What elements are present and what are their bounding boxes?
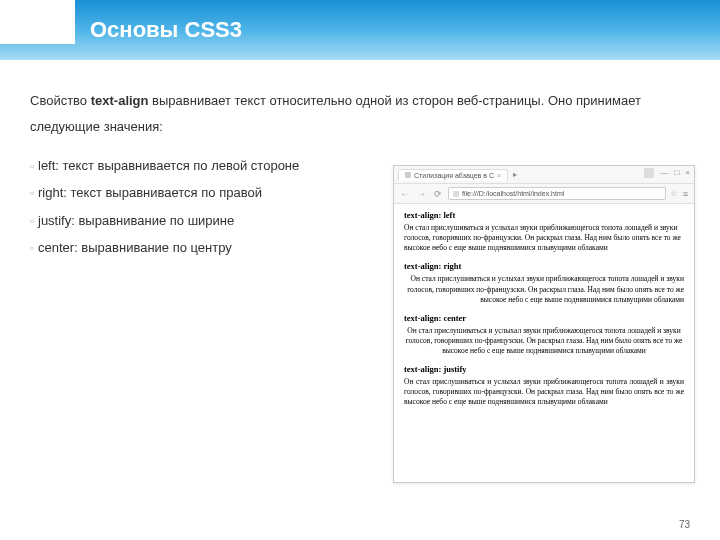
browser-mock: Стилизация абзацев в C × ▸ — □ × ← → ⟳ f… (393, 165, 695, 483)
sample-heading: text-align: left (404, 210, 684, 220)
sample-section: text-align: right Он стал прислушиваться… (404, 261, 684, 304)
file-icon (453, 191, 459, 197)
page-icon (405, 172, 411, 178)
close-tab-icon[interactable]: × (497, 172, 501, 179)
maximize-button[interactable]: □ (674, 168, 679, 178)
sample-heading: text-align: center (404, 313, 684, 323)
new-tab-button[interactable]: ▸ (511, 171, 519, 179)
window-controls: — □ × (644, 168, 690, 178)
browser-toolbar: ← → ⟳ file:///D:/localhost/html/index.ht… (394, 184, 694, 204)
sample-section: text-align: center Он стал прислушиватьс… (404, 313, 684, 356)
bookmark-icon[interactable]: ☆ (670, 189, 677, 198)
bullet-icon: ▫ (30, 210, 38, 233)
sample-section: text-align: justify Он стал прислушивать… (404, 364, 684, 407)
person-icon[interactable] (644, 168, 654, 178)
sample-heading: text-align: justify (404, 364, 684, 374)
minimize-button[interactable]: — (660, 168, 668, 178)
browser-titlebar: Стилизация абзацев в C × ▸ — □ × (394, 166, 694, 184)
bullet-icon: ▫ (30, 237, 38, 260)
list-item-label: right: текст выравнивается по правой (38, 185, 262, 200)
intro-paragraph: Свойство text-align выравнивает текст от… (30, 88, 690, 140)
back-button[interactable]: ← (398, 189, 411, 199)
slide-header: Основы CSS3 (0, 0, 720, 60)
intro-prefix: Свойство (30, 93, 91, 108)
page-title: Основы CSS3 (90, 17, 242, 43)
url-text: file:///D:/localhost/html/index.html (462, 190, 564, 197)
sample-text: Он стал прислушиваться и услыхал звуки п… (404, 326, 684, 356)
intro-bold: text-align (91, 93, 149, 108)
sample-heading: text-align: right (404, 261, 684, 271)
sample-text: Он стал прислушиваться и услыхал звуки п… (404, 274, 684, 304)
page-number: 73 (679, 519, 690, 530)
bullet-icon: ▫ (30, 182, 38, 205)
menu-icon[interactable]: ≡ (681, 189, 690, 199)
sample-section: text-align: left Он стал прислушиваться … (404, 210, 684, 253)
tab-title: Стилизация абзацев в C (414, 172, 494, 179)
browser-tab[interactable]: Стилизация абзацев в C × (398, 169, 508, 181)
header-accent-box (0, 0, 75, 44)
list-item-label: justify: выравнивание по ширине (38, 213, 234, 228)
url-bar[interactable]: file:///D:/localhost/html/index.html (448, 187, 666, 200)
sample-text: Он стал прислушиваться и услыхал звуки п… (404, 223, 684, 253)
close-button[interactable]: × (685, 168, 690, 178)
bullet-icon: ▫ (30, 155, 38, 178)
list-item-label: center: выравнивание по центру (38, 240, 232, 255)
list-item-label: left: текст выравнивается по левой сторо… (38, 158, 299, 173)
reload-button[interactable]: ⟳ (432, 189, 444, 199)
forward-button[interactable]: → (415, 189, 428, 199)
sample-text: Он стал прислушиваться и услыхал звуки п… (404, 377, 684, 407)
browser-page: text-align: left Он стал прислушиваться … (394, 204, 694, 422)
